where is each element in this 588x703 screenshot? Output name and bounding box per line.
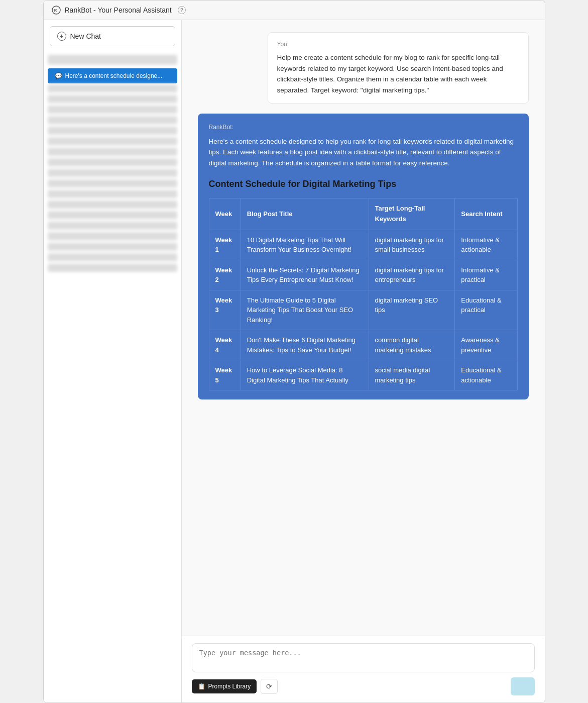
- input-left-actions: 📋 Prompts Library ⟳: [192, 679, 278, 694]
- sidebar-item[interactable]: [48, 95, 177, 103]
- col-title: Blog Post Title: [241, 198, 369, 230]
- cell-title: The Ultimate Guide to 5 Digital Marketin…: [241, 290, 369, 330]
- sidebar-item[interactable]: [48, 222, 177, 230]
- sidebar-item[interactable]: [48, 200, 177, 209]
- table-row: Week 4 Don't Make These 6 Digital Market…: [209, 330, 517, 360]
- svg-text:R: R: [54, 8, 57, 13]
- app-window: R RankBot - Your Personal Assistant ? + …: [43, 0, 545, 703]
- sidebar: + New Chat 💬 Here's a content schedule d…: [44, 20, 182, 702]
- sidebar-item[interactable]: [48, 127, 177, 135]
- bot-label: RankBot:: [209, 123, 518, 132]
- new-chat-label: New Chat: [70, 32, 101, 40]
- message-input-wrapper[interactable]: [192, 643, 535, 672]
- cell-keywords: digital marketing tips for entrepreneurs: [369, 260, 455, 290]
- sidebar-item[interactable]: [48, 264, 177, 272]
- cell-week: Week 1: [209, 230, 241, 260]
- cell-week: Week 3: [209, 290, 241, 330]
- refresh-icon: ⟳: [266, 682, 272, 690]
- cell-keywords: social media digital marketing tips: [369, 360, 455, 390]
- chat-icon: 💬: [55, 72, 62, 79]
- book-icon: 📋: [198, 683, 205, 690]
- send-button-placeholder: [511, 677, 535, 695]
- title-bar: R RankBot - Your Personal Assistant ?: [44, 1, 545, 20]
- cell-title: 10 Digital Marketing Tips That Will Tran…: [241, 230, 369, 260]
- cell-keywords: digital marketing SEO tips: [369, 290, 455, 330]
- table-row: Week 3 The Ultimate Guide to 5 Digital M…: [209, 290, 517, 330]
- table-row: Week 2 Unlock the Secrets: 7 Digital Mar…: [209, 260, 517, 290]
- sidebar-active-item[interactable]: 💬 Here's a content schedule designe...: [48, 68, 177, 83]
- chat-messages: You: Help me create a content schedule f…: [182, 20, 545, 636]
- sidebar-item[interactable]: [48, 55, 177, 65]
- cell-title: Unlock the Secrets: 7 Digital Marketing …: [241, 260, 369, 290]
- cell-intent: Educational & actionable: [455, 360, 517, 390]
- rankbot-icon: R: [52, 6, 61, 15]
- cell-title: How to Leverage Social Media: 8 Digital …: [241, 360, 369, 390]
- cell-keywords: common digital marketing mistakes: [369, 330, 455, 360]
- cell-intent: Awareness & preventive: [455, 330, 517, 360]
- refresh-button[interactable]: ⟳: [261, 679, 278, 694]
- content-table: Week Blog Post Title Target Long-Tail Ke…: [209, 198, 518, 390]
- prompts-library-button[interactable]: 📋 Prompts Library: [192, 679, 257, 693]
- active-item-label: Here's a content schedule designe...: [65, 72, 163, 79]
- sidebar-item[interactable]: [48, 211, 177, 219]
- main-layout: + New Chat 💬 Here's a content schedule d…: [44, 20, 545, 702]
- user-message-text: Help me create a content schedule for my…: [277, 52, 519, 95]
- input-actions: 📋 Prompts Library ⟳: [192, 677, 535, 695]
- sidebar-item[interactable]: [48, 169, 177, 177]
- help-icon[interactable]: ?: [178, 6, 186, 14]
- sidebar-item[interactable]: [48, 190, 177, 198]
- table-row: Week 5 How to Leverage Social Media: 8 D…: [209, 360, 517, 390]
- sidebar-item[interactable]: [48, 232, 177, 240]
- sidebar-item[interactable]: [48, 243, 177, 251]
- new-chat-button[interactable]: + New Chat: [50, 26, 175, 46]
- user-message-wrapper: You: Help me create a content schedule f…: [198, 32, 529, 104]
- cell-intent: Informative & actionable: [455, 230, 517, 260]
- cell-title: Don't Make These 6 Digital Marketing Mis…: [241, 330, 369, 360]
- cell-intent: Educational & practical: [455, 290, 517, 330]
- prompts-library-label: Prompts Library: [208, 683, 251, 690]
- table-title: Content Schedule for Digital Marketing T…: [209, 177, 518, 191]
- sidebar-item[interactable]: [48, 158, 177, 166]
- sidebar-item[interactable]: [48, 137, 177, 145]
- sidebar-item[interactable]: [48, 116, 177, 124]
- sidebar-item[interactable]: [48, 179, 177, 187]
- app-title: RankBot - Your Personal Assistant: [65, 6, 172, 14]
- bot-intro: Here's a content schedule designed to he…: [209, 136, 518, 169]
- cell-week: Week 2: [209, 260, 241, 290]
- cell-keywords: digital marketing tips for small busines…: [369, 230, 455, 260]
- message-input[interactable]: [199, 649, 527, 665]
- sidebar-item[interactable]: [48, 253, 177, 261]
- col-intent: Search Intent: [455, 198, 517, 230]
- col-keywords: Target Long-Tail Keywords: [369, 198, 455, 230]
- sidebar-item[interactable]: [48, 84, 177, 92]
- table-row: Week 1 10 Digital Marketing Tips That Wi…: [209, 230, 517, 260]
- input-area: 📋 Prompts Library ⟳: [182, 636, 545, 702]
- user-message: You: Help me create a content schedule f…: [268, 32, 529, 104]
- sidebar-item[interactable]: [48, 106, 177, 114]
- cell-week: Week 4: [209, 330, 241, 360]
- col-week: Week: [209, 198, 241, 230]
- cell-week: Week 5: [209, 360, 241, 390]
- bot-message: RankBot: Here's a content schedule desig…: [198, 114, 529, 400]
- plus-icon: +: [57, 32, 66, 41]
- cell-intent: Informative & practical: [455, 260, 517, 290]
- chat-area: You: Help me create a content schedule f…: [182, 20, 545, 702]
- sidebar-item[interactable]: [48, 148, 177, 156]
- user-label: You:: [277, 40, 519, 49]
